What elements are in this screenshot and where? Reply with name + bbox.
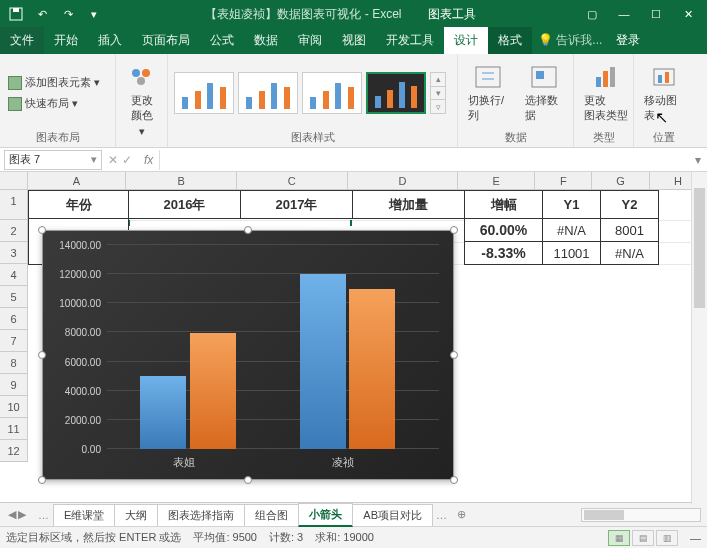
- resize-handle[interactable]: [244, 226, 252, 234]
- chart-style-gallery[interactable]: ▴▾▿: [174, 72, 446, 114]
- plot-area[interactable]: 0.00 2000.00 4000.00 6000.00 8000.00 100…: [107, 245, 439, 449]
- sheet-tab[interactable]: E维课堂: [53, 504, 115, 526]
- ribbon-options-icon[interactable]: ▢: [577, 4, 607, 24]
- sheet-tab[interactable]: 组合图: [244, 504, 299, 526]
- header-2016[interactable]: 2016年: [129, 191, 241, 219]
- sheet-tab[interactable]: 图表选择指南: [157, 504, 245, 526]
- bar-series1-cat1[interactable]: [140, 376, 186, 449]
- header-2017[interactable]: 2017年: [241, 191, 353, 219]
- tab-data[interactable]: 数据: [244, 27, 288, 54]
- style-thumb-1[interactable]: [174, 72, 234, 114]
- cell-y2-1[interactable]: 8001: [601, 219, 659, 242]
- col-header[interactable]: D: [348, 172, 459, 189]
- col-header[interactable]: B: [126, 172, 237, 189]
- style-gallery-more[interactable]: ▴▾▿: [430, 72, 446, 114]
- quick-layout-button[interactable]: 快速布局▾: [6, 94, 102, 113]
- select-all-corner[interactable]: [0, 172, 28, 189]
- resize-handle[interactable]: [38, 351, 46, 359]
- tab-view[interactable]: 视图: [332, 27, 376, 54]
- row-header[interactable]: 11: [0, 418, 28, 440]
- formula-expand-icon[interactable]: ▾: [689, 153, 707, 167]
- view-page-layout-icon[interactable]: ▤: [632, 530, 654, 546]
- col-header[interactable]: F: [535, 172, 592, 189]
- style-thumb-3[interactable]: [302, 72, 362, 114]
- tab-file[interactable]: 文件: [0, 27, 44, 54]
- row-header[interactable]: 7: [0, 330, 28, 352]
- header-increase[interactable]: 增加量: [353, 191, 465, 219]
- sheet-tab[interactable]: AB项目对比: [352, 504, 433, 526]
- tell-me[interactable]: 💡 告诉我...: [532, 27, 608, 54]
- cell-y2-2[interactable]: #N/A: [601, 242, 659, 265]
- resize-handle[interactable]: [38, 476, 46, 484]
- worksheet[interactable]: A B C D E F G H 1 2 3 4 5 6 7 8 9 10 11 …: [0, 172, 707, 502]
- row-header[interactable]: 12: [0, 440, 28, 462]
- minimize-icon[interactable]: —: [609, 4, 639, 24]
- row-header[interactable]: 1: [0, 190, 28, 220]
- cancel-formula-icon[interactable]: ✕: [108, 153, 118, 167]
- row-header[interactable]: 4: [0, 264, 28, 286]
- tab-insert[interactable]: 插入: [88, 27, 132, 54]
- vertical-scrollbar[interactable]: [691, 172, 707, 504]
- tab-format[interactable]: 格式: [488, 27, 532, 54]
- name-box[interactable]: 图表 7▾: [4, 150, 102, 170]
- style-thumb-2[interactable]: [238, 72, 298, 114]
- login-button[interactable]: 登录: [608, 27, 648, 54]
- header-pct[interactable]: 增幅: [465, 191, 543, 219]
- redo-icon[interactable]: ↷: [58, 4, 78, 24]
- resize-handle[interactable]: [450, 351, 458, 359]
- view-normal-icon[interactable]: ▦: [608, 530, 630, 546]
- add-chart-element-button[interactable]: 添加图表元素▾: [6, 73, 102, 92]
- move-chart-button[interactable]: 移动图表: [640, 61, 688, 125]
- fx-icon[interactable]: fx: [138, 153, 159, 167]
- select-data-button[interactable]: 选择数据: [521, 61, 567, 125]
- scrollbar-thumb[interactable]: [584, 510, 624, 520]
- col-header[interactable]: G: [592, 172, 649, 189]
- zoom-out-icon[interactable]: —: [690, 532, 701, 544]
- bar-series2-cat1[interactable]: [190, 333, 236, 449]
- row-header[interactable]: 10: [0, 396, 28, 418]
- close-icon[interactable]: ✕: [673, 4, 703, 24]
- col-header[interactable]: C: [237, 172, 348, 189]
- enter-formula-icon[interactable]: ✓: [122, 153, 132, 167]
- row-header[interactable]: 6: [0, 308, 28, 330]
- row-header[interactable]: 2: [0, 220, 28, 242]
- header-y2[interactable]: Y2: [601, 191, 659, 219]
- row-header[interactable]: 3: [0, 242, 28, 264]
- style-thumb-4[interactable]: [366, 72, 426, 114]
- tab-page-layout[interactable]: 页面布局: [132, 27, 200, 54]
- cell-pct-2[interactable]: -8.33%: [465, 242, 543, 265]
- qat-more-icon[interactable]: ▾: [84, 4, 104, 24]
- view-page-break-icon[interactable]: ▥: [656, 530, 678, 546]
- horizontal-scrollbar[interactable]: [581, 508, 701, 522]
- resize-handle[interactable]: [38, 226, 46, 234]
- tab-nav-prev-icon[interactable]: ◀: [8, 508, 16, 521]
- col-header[interactable]: E: [458, 172, 535, 189]
- header-year[interactable]: 年份: [29, 191, 129, 219]
- tab-developer[interactable]: 开发工具: [376, 27, 444, 54]
- formula-input[interactable]: [159, 150, 689, 170]
- chart-object[interactable]: 0.00 2000.00 4000.00 6000.00 8000.00 100…: [42, 230, 454, 480]
- save-icon[interactable]: [6, 4, 26, 24]
- cell-pct-1[interactable]: 60.00%: [465, 219, 543, 242]
- row-header[interactable]: 8: [0, 352, 28, 374]
- change-chart-type-button[interactable]: 更改 图表类型: [580, 61, 632, 125]
- add-sheet-button[interactable]: ⊕: [451, 508, 472, 521]
- tab-formula[interactable]: 公式: [200, 27, 244, 54]
- resize-handle[interactable]: [450, 226, 458, 234]
- change-colors-button[interactable]: 更改 颜色▾: [122, 61, 162, 140]
- tab-home[interactable]: 开始: [44, 27, 88, 54]
- row-header[interactable]: 9: [0, 374, 28, 396]
- col-header[interactable]: A: [28, 172, 127, 189]
- cell-y1-1[interactable]: #N/A: [543, 219, 601, 242]
- swap-row-col-button[interactable]: 切换行/列: [464, 61, 513, 125]
- sheet-tab-active[interactable]: 小箭头: [298, 503, 353, 527]
- undo-icon[interactable]: ↶: [32, 4, 52, 24]
- sheet-tab[interactable]: 大纲: [114, 504, 158, 526]
- tab-nav-next-icon[interactable]: ▶: [18, 508, 26, 521]
- bar-series1-cat2[interactable]: [300, 274, 346, 449]
- resize-handle[interactable]: [244, 476, 252, 484]
- scrollbar-thumb[interactable]: [694, 188, 705, 308]
- bar-series2-cat2[interactable]: [349, 289, 395, 449]
- row-header[interactable]: 5: [0, 286, 28, 308]
- resize-handle[interactable]: [450, 476, 458, 484]
